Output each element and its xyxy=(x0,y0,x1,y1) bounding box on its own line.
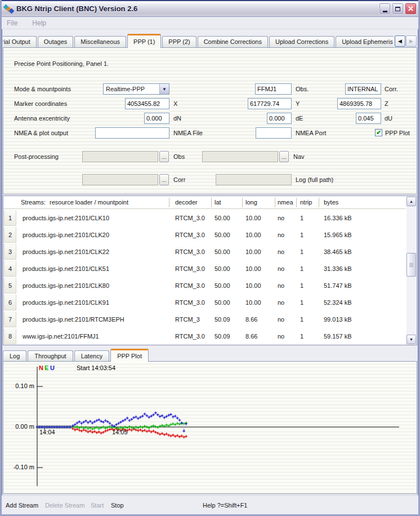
stop-button[interactable]: Stop xyxy=(111,502,124,509)
tab-ppp-plot[interactable]: PPP Plot xyxy=(110,349,149,362)
header-lat: lat xyxy=(215,199,221,206)
tab-upload-corrections[interactable]: Upload Corrections xyxy=(269,36,334,48)
stream-lat: 50.09 xyxy=(215,333,230,340)
stream-row[interactable]: 7 products.igs-ip.net:2101/RTCM3EPH RTCM… xyxy=(3,311,406,328)
scroll-up-icon[interactable]: ▲ xyxy=(406,197,416,206)
ppp-plot-checkbox[interactable]: ✔ xyxy=(375,129,382,136)
minimize-button[interactable] xyxy=(379,3,391,15)
stream-row-num: 6 xyxy=(4,295,16,310)
tab-combine-corrections[interactable]: Combine Corrections xyxy=(198,36,268,48)
delete-stream-button[interactable]: Delete Stream xyxy=(45,502,84,509)
stream-nmea: no xyxy=(278,333,284,340)
add-stream-button[interactable]: Add Stream xyxy=(6,502,38,509)
stream-bytes: 52.324 kB xyxy=(324,299,352,306)
corr-mountpoint-input[interactable] xyxy=(345,83,381,95)
antenna-du-input[interactable] xyxy=(356,113,381,124)
nmea-port-label: NMEA Port xyxy=(296,130,326,136)
stream-decoder: RTCM_3.0 xyxy=(175,232,205,238)
stream-row[interactable]: 2 products.igs-ip.net:2101/CLK20 RTCM_3.… xyxy=(3,226,406,243)
marker-x-input[interactable] xyxy=(125,98,169,109)
stream-ntrip: 1 xyxy=(300,299,303,306)
menu-help[interactable]: Help xyxy=(32,19,46,27)
stream-long: 8.66 xyxy=(245,316,257,323)
header-long: long xyxy=(245,199,257,206)
tab-ppp-2-[interactable]: PPP (2) xyxy=(162,36,196,48)
header-streams: resource loader / mountpoint xyxy=(50,199,128,206)
stream-row[interactable]: 1 products.igs-ip.net:2101/CLK10 RTCM_3.… xyxy=(3,210,406,226)
stream-row[interactable]: 5 products.igs-ip.net:2101/CLK80 RTCM_3.… xyxy=(3,277,406,294)
stream-row-num: 1 xyxy=(4,210,16,226)
bottom-tab-strip: LogThroughputLatencyPPP Plot xyxy=(3,349,150,362)
xtick-1404: 14:04 xyxy=(39,429,55,435)
stream-lat: 50.00 xyxy=(215,232,230,238)
obs-mountpoint-input[interactable] xyxy=(255,83,292,95)
stream-lat: 50.00 xyxy=(215,265,230,272)
stream-bytes: 51.747 kB xyxy=(324,282,352,289)
mode-dropdown[interactable]: Realtime-PPP ▼ xyxy=(103,83,169,95)
minimize-icon xyxy=(383,11,387,12)
tab-latency[interactable]: Latency xyxy=(74,350,110,362)
stream-row[interactable]: 4 products.igs-ip.net:2101/CLK51 RTCM_3.… xyxy=(3,260,406,277)
menu-file[interactable]: File xyxy=(7,19,17,27)
streams-table: Streams: resource loader / mountpoint de… xyxy=(3,195,417,345)
nmea-port-input[interactable] xyxy=(256,127,292,139)
tab-rial-output[interactable]: rial Output xyxy=(3,36,37,48)
close-button[interactable]: ✕ xyxy=(405,3,417,15)
app-window: BKG Ntrip Client (BNC) Version 2.6 ✕ Fil… xyxy=(0,0,420,516)
antenna-dn-input[interactable] xyxy=(144,113,169,124)
scroll-down-icon[interactable]: ▼ xyxy=(406,335,416,344)
tab-log[interactable]: Log xyxy=(3,350,26,362)
stream-bytes: 15.965 kB xyxy=(324,232,352,238)
header-bytes: bytes xyxy=(324,199,338,206)
stream-ntrip: 1 xyxy=(300,265,303,272)
nmea-row-label: NMEA & plot output xyxy=(14,130,68,136)
marker-y-input[interactable] xyxy=(248,98,292,109)
stream-long: 10.00 xyxy=(245,248,261,255)
stream-ntrip: 1 xyxy=(300,282,303,289)
maximize-icon xyxy=(395,7,400,11)
header-streams-prefix: Streams: xyxy=(21,199,46,206)
tab-miscellaneous[interactable]: Miscellaneous xyxy=(74,36,126,48)
stream-bytes: 38.465 kB xyxy=(324,248,352,255)
stream-lat: 50.00 xyxy=(215,215,230,221)
stream-row[interactable]: 8 www.igs-ip.net:2101/FFMJ1 RTCM_3.0 50.… xyxy=(3,328,406,345)
stream-mountpoint: products.igs-ip.net:2101/CLK22 xyxy=(23,248,109,255)
stream-nmea: no xyxy=(278,316,284,323)
stream-ntrip: 1 xyxy=(300,248,303,255)
nmea-file-label: NMEA File xyxy=(173,130,203,136)
tab-outages[interactable]: Outages xyxy=(38,36,74,48)
tab-throughput[interactable]: Throughput xyxy=(28,350,73,362)
ytick-neg: -0.10 m xyxy=(5,464,34,470)
post-nav-browse-button[interactable]: ... xyxy=(279,151,289,162)
ytick-pos: 0.10 m xyxy=(5,382,34,389)
streams-table-scrollbar[interactable]: ▲ ▼ xyxy=(406,197,416,344)
header-decoder: decoder xyxy=(175,199,198,206)
stream-row-num: 3 xyxy=(4,244,16,260)
scrollbar-thumb[interactable] xyxy=(406,253,416,277)
stream-long: 10.00 xyxy=(245,265,261,272)
stream-row[interactable]: 6 products.igs-ip.net:2101/CLK91 RTCM_3.… xyxy=(3,294,406,311)
post-processing-label: Post-processing xyxy=(14,153,59,160)
tab-scroll-left-button[interactable]: ◀ xyxy=(395,35,405,47)
title-bar[interactable]: BKG Ntrip Client (BNC) Version 2.6 ✕ xyxy=(0,0,420,17)
tab-ppp-1-[interactable]: PPP (1) xyxy=(127,34,161,48)
tab-upload-ephemeris[interactable]: Upload Ephemeris xyxy=(336,36,394,48)
plot-start-time: Start 14:03:54 xyxy=(77,364,115,371)
post-corr-label: Corr xyxy=(173,176,185,183)
nmea-file-input[interactable] xyxy=(95,127,169,139)
post-obs-browse-button[interactable]: ... xyxy=(159,151,169,162)
stream-lat: 50.00 xyxy=(215,248,230,255)
stream-long: 10.00 xyxy=(245,232,261,238)
post-corr-browse-button[interactable]: ... xyxy=(159,174,169,185)
antenna-row-label: Antenna excentricity xyxy=(14,115,70,122)
antenna-de-input[interactable] xyxy=(267,113,292,124)
start-button[interactable]: Start xyxy=(91,502,104,509)
stream-row[interactable]: 3 products.igs-ip.net:2101/CLK22 RTCM_3.… xyxy=(3,243,406,260)
marker-y-label: Y xyxy=(296,100,300,107)
legend-east: E xyxy=(44,364,48,371)
post-obs-input xyxy=(82,151,158,162)
maximize-button[interactable] xyxy=(392,3,404,15)
tab-scroll-right-button[interactable]: ▶ xyxy=(406,35,417,47)
marker-z-input[interactable] xyxy=(337,98,381,109)
stream-row-num: 5 xyxy=(4,278,16,293)
